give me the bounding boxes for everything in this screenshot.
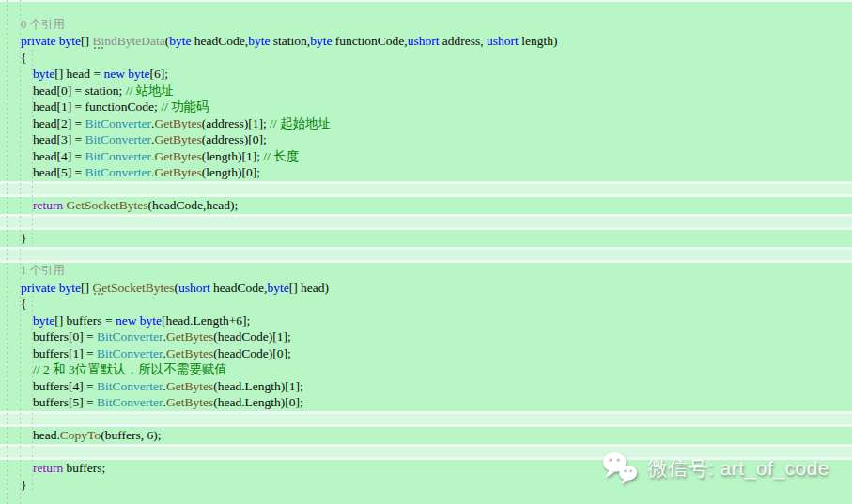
token-plain: { <box>21 50 26 67</box>
token-plain: head[0] = station; <box>33 83 126 99</box>
token-plain: (head.Length)[0]; <box>213 394 303 411</box>
token-keyword: byte <box>128 66 149 83</box>
code-line: head[1] = functionCode; // 功能码 <box>0 99 852 115</box>
watermark-text: 微信号: art_of_code <box>647 455 829 481</box>
token-method-name: GetSocketBytes <box>92 280 174 297</box>
token-plain: functionCode, <box>332 33 407 50</box>
token-keyword: byte <box>59 280 81 297</box>
token-keyword: private <box>21 280 55 297</box>
blank-line <box>0 411 852 428</box>
token-keyword: ushort <box>487 33 519 50</box>
code-lines: 0 个引用private byte[] BindByteData(byte he… <box>0 0 852 504</box>
blank-line <box>0 214 852 231</box>
codelens-reference-link[interactable]: 1 个引用 <box>0 263 852 280</box>
token-plain: (length)[1]; <box>202 148 264 165</box>
token-plain: buffers[5] = <box>33 394 97 411</box>
watermark: 微信号: art_of_code <box>601 451 829 485</box>
token-plain: } <box>21 477 26 494</box>
token-plain: [] <box>81 280 92 297</box>
token-plain: } <box>21 230 26 247</box>
token-comment: // 站地址 <box>126 83 174 99</box>
blank-line <box>0 181 852 198</box>
code-line: head[3] = BitConverter.GetBytes(address)… <box>0 131 852 148</box>
token-keyword: byte <box>59 33 81 50</box>
code-line: head[2] = BitConverter.GetBytes(address)… <box>0 115 852 132</box>
token-codelens: 0 个引用 <box>21 17 65 34</box>
code-line: head.CopyTo(buffers, 6); <box>0 427 852 444</box>
token-keyword: byte <box>267 280 288 297</box>
token-method-name: GetBytes <box>154 148 201 165</box>
token-method-name: GetBytes <box>166 345 213 362</box>
token-method-name: GetBytes <box>154 164 201 181</box>
token-keyword: byte <box>33 66 54 83</box>
token-plain: buffers[1] = <box>33 345 97 362</box>
token-plain: length) <box>519 33 558 50</box>
token-unused-method: BindByteData <box>92 33 164 50</box>
token-control-keyword: return <box>33 197 63 214</box>
token-type-name: BitConverter <box>97 328 163 345</box>
token-comment: // 2 和 3位置默认，所以不需要赋值 <box>33 361 227 378</box>
token-plain: (length)[0]; <box>202 164 260 181</box>
token-comment: // 起始地址 <box>270 115 331 132</box>
code-line: } <box>0 230 852 247</box>
code-line: return GetSocketBytes(headCode,head); <box>0 197 852 214</box>
token-type-name: BitConverter <box>97 394 163 411</box>
codelens-reference-link[interactable]: 0 个引用 <box>0 17 852 34</box>
token-plain: address, <box>439 33 487 50</box>
token-plain: buffers; <box>63 460 105 477</box>
blank-line <box>0 493 852 504</box>
token-keyword: byte <box>33 313 54 329</box>
token-comment: // 功能码 <box>161 99 209 115</box>
token-codelens: 1 个引用 <box>21 263 65 280</box>
token-plain: (buffers, 6); <box>101 427 161 444</box>
token-type-name: BitConverter <box>97 345 163 362</box>
token-keyword: byte <box>310 33 332 50</box>
code-line: buffers[4] = BitConverter.GetBytes(head.… <box>0 378 852 395</box>
token-method-name: CopyTo <box>60 427 101 444</box>
token-keyword: new <box>103 66 125 83</box>
token-plain: head[2] = <box>33 115 85 132</box>
token-plain: buffers[4] = <box>33 378 97 395</box>
token-plain: buffers[0] = <box>33 328 97 345</box>
token-keyword: private <box>21 33 55 50</box>
code-editor: 0 个引用private byte[] BindByteData(byte he… <box>0 0 852 504</box>
token-method-name: GetBytes <box>166 394 213 411</box>
token-type-name: BitConverter <box>85 164 152 181</box>
token-keyword: ushort <box>178 280 210 297</box>
token-plain: [6]; <box>150 66 169 83</box>
token-method-name: GetBytes <box>166 328 213 345</box>
token-plain: headCode, <box>210 280 268 297</box>
code-screenshot: { "palette": { "background_green": "#b9f… <box>0 0 852 504</box>
code-line: buffers[5] = BitConverter.GetBytes(head.… <box>0 394 852 411</box>
token-plain: head. <box>33 427 60 444</box>
code-line: head[0] = station; // 站地址 <box>0 83 852 99</box>
blank-line <box>0 247 852 264</box>
code-line: { <box>0 296 852 313</box>
code-line: head[5] = BitConverter.GetBytes(length)[… <box>0 164 852 181</box>
token-type-name: BitConverter <box>97 378 163 395</box>
token-keyword: ushort <box>408 33 440 50</box>
token-plain: { <box>21 296 26 313</box>
token-plain: (headCode)[0]; <box>213 345 290 362</box>
token-plain: (headCode,head); <box>148 197 239 214</box>
code-line: // 2 和 3位置默认，所以不需要赋值 <box>0 361 852 378</box>
token-plain: head[1] = functionCode; <box>33 99 161 115</box>
token-plain: [] head = <box>54 66 103 83</box>
token-plain: (headCode)[1]; <box>213 328 290 345</box>
token-keyword: byte <box>169 33 191 50</box>
code-line: private byte[] GetSocketBytes(ushort hea… <box>0 280 852 297</box>
code-line: buffers[1] = BitConverter.GetBytes(headC… <box>0 345 852 362</box>
code-line: byte[] buffers = new byte[head.Length+6]… <box>0 313 852 329</box>
token-plain: head[3] = <box>33 131 85 148</box>
token-plain: [] <box>81 33 92 50</box>
token-plain: station, <box>270 33 310 50</box>
token-method-name: GetBytes <box>154 131 201 148</box>
token-method-name: GetSocketBytes <box>67 197 148 214</box>
code-line: { <box>0 50 852 67</box>
token-type-name: BitConverter <box>85 115 152 132</box>
token-plain: [] buffers = <box>54 313 116 329</box>
token-method-name: GetBytes <box>154 115 201 132</box>
token-plain: head[5] = <box>33 164 85 181</box>
token-keyword: new <box>116 313 137 329</box>
wechat-icon <box>601 451 639 485</box>
